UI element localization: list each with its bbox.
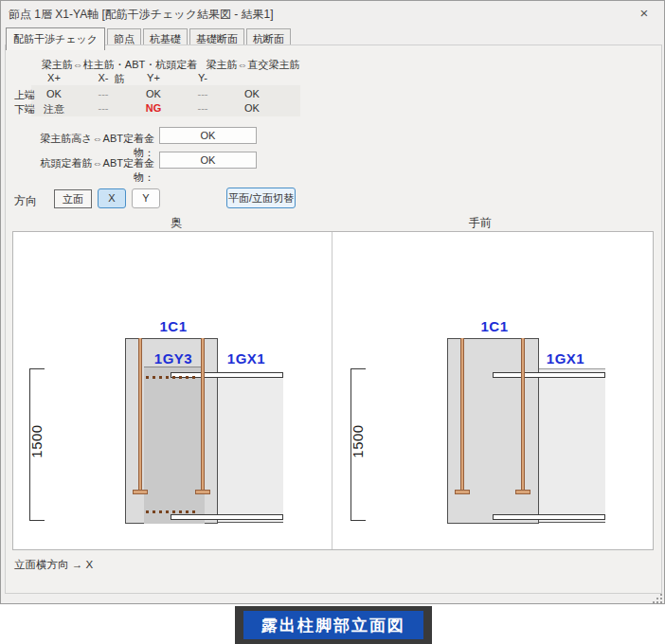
axis-x-button[interactable]: X: [98, 188, 126, 208]
result-cell: OK: [228, 102, 276, 114]
result-cell: ---: [80, 88, 127, 99]
right-anchor-plate: [455, 490, 470, 494]
plan-elevation-toggle-button[interactable]: 平面/立面切替: [226, 188, 296, 208]
screenshot-root: 節点 1層 X1-YA軸 [配筋干渉チェック結果図 - 結果1] × 配筋干渉チ…: [0, 0, 665, 644]
result-cell: ---: [80, 102, 127, 114]
window-title: 節点 1層 X1-YA軸 [配筋干渉チェック結果図 - 結果1]: [9, 7, 274, 23]
right-dimension-tick-top: [350, 368, 366, 369]
col-header-x-plus: X+: [30, 72, 78, 83]
anchor-check-label-pile: 杭頭定着筋⇔ABT定着金物：: [20, 156, 154, 185]
group-header-cross-beam: 梁主筋⇔直交梁主筋: [200, 58, 306, 72]
elevation-direction-note: 立面横方向 → X: [14, 558, 93, 572]
left-front-beam-face: [144, 367, 205, 524]
right-side-beam-region: [539, 368, 605, 523]
anchor-check-result-pile: OK: [159, 152, 257, 169]
left-beam-gx1-label: 1GX1: [216, 350, 277, 367]
result-cell: 注意: [30, 102, 78, 116]
tab-haikin-kansho-check[interactable]: 配筋干渉チェック: [6, 27, 105, 50]
left-dimension-tick-top: [29, 368, 45, 369]
axis-y-button[interactable]: Y: [132, 188, 160, 208]
left-view-title: 奥: [162, 215, 190, 231]
left-dimension-tick-bottom: [29, 520, 45, 521]
left-anchor-plate: [133, 490, 148, 494]
result-cell: ---: [179, 88, 226, 99]
dialog-window: 節点 1層 X1-YA軸 [配筋干渉チェック結果図 - 結果1] × 配筋干渉チ…: [0, 0, 665, 604]
left-bottom-rebar-dots: [146, 510, 195, 513]
title-bar: 節点 1層 X1-YA軸 [配筋干渉チェック結果図 - 結果1] ×: [1, 1, 664, 24]
right-dimension-value: 1500: [350, 413, 366, 470]
left-anchor-plate: [195, 490, 210, 494]
view-mode-display: 立面: [54, 189, 92, 208]
right-dimension-tick-bottom: [350, 520, 366, 521]
elevation-drawing-area: 1500 1C1 1GY3 1GX1 1500: [12, 231, 654, 550]
right-beam-gx1-label: 1GX1: [535, 350, 596, 367]
right-beam-top-bars: [493, 372, 605, 378]
left-beam-gy3-label: 1GY3: [142, 350, 205, 367]
result-cell: ---: [179, 102, 226, 114]
left-beam-bottom-bars: [171, 514, 283, 520]
result-cell: OK: [30, 88, 78, 99]
col-header-y-plus: Y+: [130, 72, 177, 83]
result-cell: OK: [228, 88, 276, 99]
caption-frame: 露出柱脚部立面図: [235, 606, 432, 644]
right-anchor-bolt: [460, 338, 464, 490]
view-divider: [332, 232, 332, 549]
result-cell: NG: [130, 102, 177, 114]
left-top-rebar-dots: [146, 376, 195, 379]
caption-badge: 露出柱脚部立面図: [243, 611, 423, 639]
direction-label: 方向: [14, 193, 37, 209]
left-side-beam-region: [218, 374, 283, 523]
right-beam-bottom-bars: [493, 514, 605, 520]
col-header-x-minus: X-: [80, 72, 127, 83]
right-view-title: 手前: [463, 215, 497, 231]
anchor-check-result-beam: OK: [159, 127, 257, 144]
right-column-label: 1C1: [466, 318, 523, 334]
col-header-y-minus: Y-: [179, 72, 226, 83]
right-anchor-bolt: [521, 338, 525, 490]
resize-grip-icon[interactable]: [653, 594, 662, 603]
left-column-label: 1C1: [145, 318, 202, 334]
right-anchor-plate: [515, 490, 530, 494]
result-cell: OK: [130, 88, 177, 99]
close-icon[interactable]: ×: [634, 4, 655, 23]
left-dimension-value: 1500: [29, 413, 45, 470]
caption-text: 露出柱脚部立面図: [261, 615, 405, 636]
